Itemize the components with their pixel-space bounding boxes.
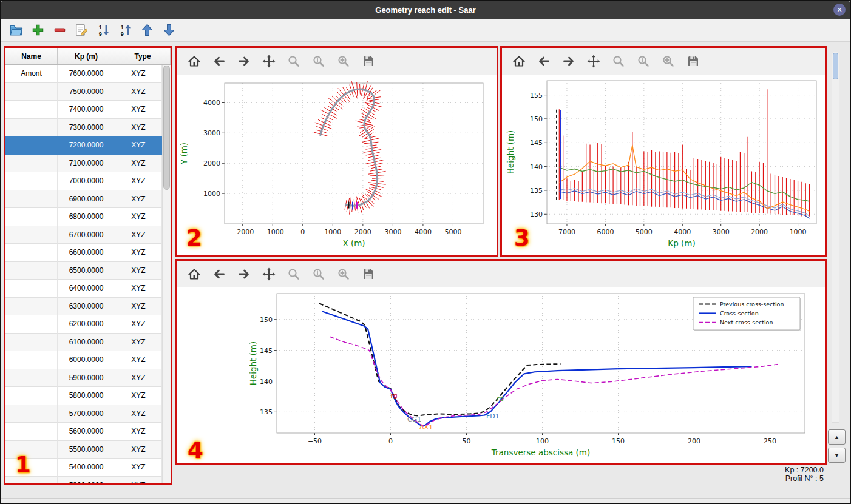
save-icon[interactable] <box>361 267 376 281</box>
svg-text:AX1: AX1 <box>419 423 433 431</box>
table-row[interactable]: 6800.0000XYZ <box>5 208 162 226</box>
forward-icon[interactable] <box>237 267 251 281</box>
kp-cell: 6100.0000 <box>58 334 115 352</box>
add-profile-icon[interactable] <box>30 22 46 38</box>
table-row[interactable]: 5800.0000XYZ <box>5 387 162 405</box>
customize-icon[interactable] <box>336 267 351 281</box>
name-cell <box>5 298 58 316</box>
forward-icon[interactable] <box>237 54 251 69</box>
forward-icon[interactable] <box>561 54 576 69</box>
svg-text:9: 9 <box>99 31 102 37</box>
table-row[interactable]: 7100.0000XYZ <box>5 155 162 173</box>
svg-text:50: 50 <box>463 437 471 445</box>
table-row[interactable]: 6200.0000XYZ <box>5 315 162 334</box>
open-file-icon[interactable] <box>8 22 24 38</box>
svg-text:FD1: FD1 <box>486 412 500 420</box>
back-icon[interactable] <box>212 267 226 281</box>
table-row[interactable]: 5600.0000XYZ <box>5 423 162 441</box>
type-cell: XYZ <box>115 477 162 483</box>
type-cell: XYZ <box>115 423 162 441</box>
right-scrollbar-thumb[interactable] <box>833 53 838 79</box>
right-scrollbar[interactable] <box>832 52 839 423</box>
table-row[interactable]: 6500.0000XYZ <box>5 262 162 280</box>
svg-text:1: 1 <box>121 24 124 30</box>
subplots-icon[interactable] <box>636 54 651 69</box>
name-cell <box>5 315 58 334</box>
table-row[interactable]: 6600.0000XYZ <box>5 244 162 262</box>
kp-cell: 6000.0000 <box>58 351 115 369</box>
table-row[interactable]: 7500.0000XYZ <box>5 83 162 101</box>
svg-text:155: 155 <box>530 92 543 99</box>
type-cell: XYZ <box>115 280 162 298</box>
home-icon[interactable] <box>187 267 202 281</box>
pan-icon[interactable] <box>586 54 601 69</box>
subplots-icon[interactable] <box>311 54 326 69</box>
pan-icon[interactable] <box>262 54 276 69</box>
home-icon[interactable] <box>187 54 202 69</box>
cross-section-plot[interactable]: −50050100150200250135140145150Transverse… <box>177 287 825 463</box>
plan-view-panel: −2000−1000010002000300040005000100020003… <box>175 46 498 257</box>
table-row[interactable]: 6400.0000XYZ <box>5 280 162 298</box>
table-row[interactable]: 6900.0000XYZ <box>5 190 162 209</box>
kp-cell: 5600.0000 <box>58 423 115 441</box>
table-row[interactable]: 6100.0000XYZ <box>5 334 162 352</box>
type-cell: XYZ <box>115 298 162 316</box>
customize-icon[interactable] <box>336 54 351 69</box>
spin-down-button[interactable]: ▼ <box>828 448 846 463</box>
back-icon[interactable] <box>212 54 226 69</box>
delete-profile-icon[interactable] <box>52 22 68 38</box>
svg-text:140: 140 <box>530 163 543 171</box>
table-row[interactable]: 7400.0000XYZ <box>5 101 162 119</box>
table-scrollbar-thumb[interactable] <box>163 66 170 190</box>
type-cell: XYZ <box>115 441 162 459</box>
sort-descending-icon[interactable]: 19 <box>117 22 134 38</box>
save-icon[interactable] <box>686 54 700 69</box>
panel-badge-2: 2 <box>186 225 202 251</box>
longitudinal-plot[interactable]: 7000600050004000300020001000130135140145… <box>502 75 825 255</box>
home-icon[interactable] <box>512 54 526 69</box>
svg-text:150: 150 <box>612 437 625 445</box>
name-cell <box>5 334 58 352</box>
svg-text:150: 150 <box>260 316 273 324</box>
name-cell <box>5 423 58 441</box>
table-row[interactable]: 5900.0000XYZ <box>5 369 162 388</box>
close-button[interactable]: ✕ <box>833 4 846 16</box>
back-icon[interactable] <box>537 54 551 69</box>
customize-icon[interactable] <box>661 54 676 69</box>
move-down-icon[interactable] <box>161 22 177 38</box>
zoom-icon[interactable] <box>286 267 301 281</box>
panel-badge-3: 3 <box>514 225 530 251</box>
table-row[interactable]: 7200.0000XYZ <box>5 136 162 155</box>
app-window: Geometry reach edit - Saar ✕ 1919 Name K… <box>0 0 851 504</box>
table-scrollbar[interactable] <box>162 65 171 483</box>
table-row[interactable]: 6700.0000XYZ <box>5 226 162 244</box>
name-cell <box>5 119 58 137</box>
table-row[interactable]: 5700.0000XYZ <box>5 405 162 423</box>
table-row[interactable]: 7300.0000XYZ <box>5 119 162 137</box>
title-bar: Geometry reach edit - Saar ✕ <box>1 1 850 19</box>
svg-text:1: 1 <box>99 24 102 30</box>
svg-text:4000: 4000 <box>203 99 220 107</box>
sort-ascending-icon[interactable]: 19 <box>95 22 112 38</box>
zoom-icon[interactable] <box>611 54 626 69</box>
pan-icon[interactable] <box>262 267 276 281</box>
table-row[interactable]: 7000.0000XYZ <box>5 172 162 190</box>
svg-text:rg: rg <box>391 392 398 400</box>
profile-readout: Kp : 7200.0 Profil N° : 5 <box>699 466 824 483</box>
move-up-icon[interactable] <box>139 22 155 38</box>
svg-text:−1000: −1000 <box>262 228 284 236</box>
svg-text:145: 145 <box>530 139 543 147</box>
table-header: Name Kp (m) Type <box>5 48 171 65</box>
edit-profile-icon[interactable] <box>73 22 90 38</box>
zoom-icon[interactable] <box>286 54 301 69</box>
plan-toolbar <box>177 48 497 75</box>
table-row[interactable]: 6300.0000XYZ <box>5 298 162 316</box>
table-row[interactable]: 6000.0000XYZ <box>5 351 162 369</box>
spin-up-button[interactable]: ▲ <box>828 429 846 445</box>
save-icon[interactable] <box>361 54 376 69</box>
kp-cell: 6700.0000 <box>58 226 115 244</box>
subplots-icon[interactable] <box>311 267 326 281</box>
table-row[interactable]: Amont7600.0000XYZ <box>5 65 162 83</box>
plan-view-plot[interactable]: −2000−1000010002000300040005000100020003… <box>177 75 497 255</box>
type-cell: XYZ <box>115 369 162 388</box>
